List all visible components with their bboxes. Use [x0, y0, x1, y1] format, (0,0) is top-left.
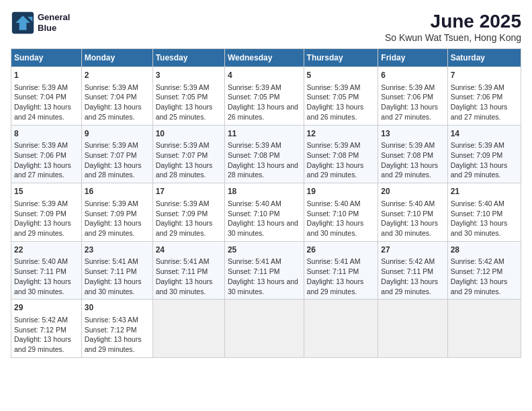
- calendar-cell: 16Sunrise: 5:39 AMSunset: 7:09 PMDayligh…: [81, 183, 152, 242]
- day-number: 25: [228, 244, 301, 256]
- sunrise-text: Sunrise: 5:40 AM: [307, 199, 361, 208]
- daylight-label: Daylight: 13 hours and 30 minutes.: [156, 277, 213, 295]
- sunrise-text: Sunrise: 5:39 AM: [14, 199, 68, 208]
- calendar-cell: 19Sunrise: 5:40 AMSunset: 7:10 PMDayligh…: [304, 183, 378, 242]
- calendar-cell: [447, 300, 521, 358]
- day-number: 10: [156, 128, 222, 140]
- calendar-cell: 14Sunrise: 5:39 AMSunset: 7:09 PMDayligh…: [447, 125, 521, 183]
- sunset-text: Sunset: 7:10 PM: [307, 210, 359, 218]
- sunset-text: Sunset: 7:06 PM: [381, 93, 433, 101]
- daylight-label: Daylight: 13 hours and 30 minutes.: [307, 219, 364, 237]
- calendar-cell: 7Sunrise: 5:39 AMSunset: 7:06 PMDaylight…: [447, 67, 521, 126]
- daylight-label: Daylight: 13 hours and 29 minutes.: [451, 277, 508, 295]
- calendar-cell: 10Sunrise: 5:39 AMSunset: 7:07 PMDayligh…: [152, 125, 224, 183]
- calendar-cell: 22Sunrise: 5:40 AMSunset: 7:11 PMDayligh…: [11, 241, 82, 300]
- sunrise-text: Sunrise: 5:41 AM: [85, 257, 138, 265]
- day-number: 9: [85, 128, 150, 140]
- sunrise-text: Sunrise: 5:39 AM: [85, 199, 138, 208]
- main-title: June 2025: [385, 11, 521, 32]
- day-number: 28: [451, 244, 518, 256]
- day-number: 22: [14, 244, 79, 256]
- calendar-week-5: 29Sunrise: 5:42 AMSunset: 7:12 PMDayligh…: [11, 300, 521, 358]
- calendar-cell: 21Sunrise: 5:40 AMSunset: 7:10 PMDayligh…: [447, 183, 521, 242]
- sunset-text: Sunset: 7:06 PM: [451, 93, 503, 101]
- sunrise-text: Sunrise: 5:39 AM: [451, 141, 504, 149]
- calendar-cell: 17Sunrise: 5:39 AMSunset: 7:09 PMDayligh…: [152, 183, 224, 242]
- daylight-label: Daylight: 13 hours and 29 minutes.: [381, 161, 438, 179]
- sunrise-text: Sunrise: 5:42 AM: [451, 257, 504, 265]
- sunrise-text: Sunrise: 5:40 AM: [381, 199, 435, 208]
- sunset-text: Sunset: 7:08 PM: [228, 151, 280, 159]
- logo: General Blue: [11, 11, 70, 35]
- day-number: 29: [14, 302, 79, 314]
- subtitle: So Kwun Wat Tsuen, Hong Kong: [385, 32, 521, 43]
- sunrise-text: Sunrise: 5:39 AM: [85, 83, 138, 91]
- sunset-text: Sunset: 7:06 PM: [14, 151, 66, 159]
- daylight-label: Daylight: 13 hours and 29 minutes.: [85, 335, 142, 353]
- calendar-cell: 2Sunrise: 5:39 AMSunset: 7:04 PMDaylight…: [81, 67, 152, 126]
- calendar-cell: 23Sunrise: 5:41 AMSunset: 7:11 PMDayligh…: [81, 241, 152, 300]
- weekday-header-friday: Friday: [378, 49, 447, 67]
- sunset-text: Sunset: 7:10 PM: [228, 210, 280, 218]
- sunset-text: Sunset: 7:05 PM: [228, 93, 280, 101]
- calendar-cell: 11Sunrise: 5:39 AMSunset: 7:08 PMDayligh…: [224, 125, 304, 183]
- day-number: 17: [156, 186, 222, 197]
- sunset-text: Sunset: 7:07 PM: [156, 151, 208, 159]
- weekday-header-tuesday: Tuesday: [152, 49, 224, 67]
- sunrise-text: Sunrise: 5:39 AM: [307, 83, 361, 91]
- daylight-label: Daylight: 13 hours and 24 minutes.: [14, 103, 71, 121]
- day-number: 5: [307, 70, 375, 81]
- sunset-text: Sunset: 7:10 PM: [451, 210, 503, 218]
- daylight-label: Daylight: 13 hours and 25 minutes.: [156, 103, 213, 121]
- sunrise-text: Sunrise: 5:39 AM: [14, 141, 68, 149]
- sunrise-text: Sunrise: 5:39 AM: [307, 141, 361, 149]
- daylight-label: Daylight: 13 hours and 26 minutes.: [228, 103, 298, 121]
- sunset-text: Sunset: 7:11 PM: [381, 267, 433, 275]
- sunrise-text: Sunrise: 5:39 AM: [14, 83, 68, 91]
- sunrise-text: Sunrise: 5:41 AM: [228, 257, 281, 265]
- sunrise-text: Sunrise: 5:39 AM: [381, 141, 435, 149]
- calendar-cell: 3Sunrise: 5:39 AMSunset: 7:05 PMDaylight…: [152, 67, 224, 126]
- sunrise-text: Sunrise: 5:39 AM: [156, 141, 210, 149]
- day-number: 26: [307, 244, 375, 256]
- daylight-label: Daylight: 13 hours and 28 minutes.: [85, 161, 142, 179]
- daylight-label: Daylight: 13 hours and 29 minutes.: [14, 219, 71, 237]
- sunset-text: Sunset: 7:09 PM: [85, 210, 137, 218]
- daylight-label: Daylight: 13 hours and 29 minutes.: [307, 277, 364, 295]
- sunset-text: Sunset: 7:12 PM: [85, 326, 137, 334]
- sunset-text: Sunset: 7:11 PM: [14, 267, 66, 275]
- calendar-cell: 15Sunrise: 5:39 AMSunset: 7:09 PMDayligh…: [11, 183, 82, 242]
- calendar-cell: 9Sunrise: 5:39 AMSunset: 7:07 PMDaylight…: [81, 125, 152, 183]
- calendar-cell: [378, 300, 447, 358]
- day-number: 27: [381, 244, 444, 256]
- daylight-label: Daylight: 13 hours and 29 minutes.: [156, 219, 213, 237]
- day-number: 12: [307, 128, 375, 140]
- calendar-cell: 27Sunrise: 5:42 AMSunset: 7:11 PMDayligh…: [378, 241, 447, 300]
- daylight-label: Daylight: 13 hours and 30 minutes.: [85, 277, 142, 295]
- calendar-cell: 29Sunrise: 5:42 AMSunset: 7:12 PMDayligh…: [11, 300, 82, 358]
- sunrise-text: Sunrise: 5:39 AM: [451, 83, 504, 91]
- sunset-text: Sunset: 7:05 PM: [156, 93, 208, 101]
- calendar-cell: 30Sunrise: 5:43 AMSunset: 7:12 PMDayligh…: [81, 300, 152, 358]
- daylight-label: Daylight: 13 hours and 27 minutes.: [381, 103, 438, 121]
- calendar-week-3: 15Sunrise: 5:39 AMSunset: 7:09 PMDayligh…: [11, 183, 521, 242]
- calendar-cell: 5Sunrise: 5:39 AMSunset: 7:05 PMDaylight…: [304, 67, 378, 126]
- calendar-cell: 25Sunrise: 5:41 AMSunset: 7:11 PMDayligh…: [224, 241, 304, 300]
- sunrise-text: Sunrise: 5:40 AM: [451, 199, 504, 208]
- daylight-label: Daylight: 13 hours and 30 minutes.: [228, 277, 298, 295]
- daylight-label: Daylight: 13 hours and 27 minutes.: [451, 103, 508, 121]
- calendar-week-4: 22Sunrise: 5:40 AMSunset: 7:11 PMDayligh…: [11, 241, 521, 300]
- calendar-cell: 24Sunrise: 5:41 AMSunset: 7:11 PMDayligh…: [152, 241, 224, 300]
- calendar-cell: 18Sunrise: 5:40 AMSunset: 7:10 PMDayligh…: [224, 183, 304, 242]
- sunrise-text: Sunrise: 5:39 AM: [156, 199, 210, 208]
- sunset-text: Sunset: 7:09 PM: [14, 210, 66, 218]
- sunset-text: Sunset: 7:11 PM: [228, 267, 280, 275]
- sunrise-text: Sunrise: 5:40 AM: [228, 199, 281, 208]
- sunrise-text: Sunrise: 5:39 AM: [156, 83, 210, 91]
- calendar-cell: [224, 300, 304, 358]
- daylight-label: Daylight: 13 hours and 27 minutes.: [14, 161, 71, 179]
- calendar-week-1: 1Sunrise: 5:39 AMSunset: 7:04 PMDaylight…: [11, 67, 521, 126]
- sunset-text: Sunset: 7:11 PM: [85, 267, 137, 275]
- sunrise-text: Sunrise: 5:40 AM: [14, 257, 68, 265]
- sunrise-text: Sunrise: 5:41 AM: [307, 257, 361, 265]
